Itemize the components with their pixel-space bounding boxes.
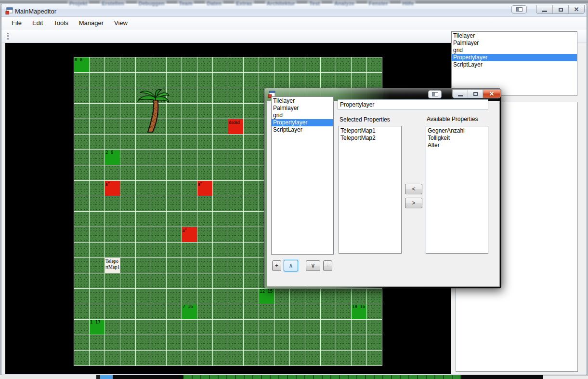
dialog-toolbox-button[interactable] — [428, 90, 442, 98]
map-tile[interactable] — [244, 196, 259, 211]
map-tile[interactable] — [228, 57, 243, 72]
map-tile[interactable] — [151, 273, 166, 288]
map-tile[interactable] — [336, 320, 351, 335]
map-tile[interactable] — [228, 351, 243, 365]
layer-item[interactable]: Propertylayer — [452, 54, 577, 61]
map-tile[interactable] — [336, 57, 351, 72]
map-tile[interactable] — [244, 57, 259, 72]
map-tile[interactable] — [213, 258, 228, 273]
map-tile[interactable] — [120, 258, 135, 273]
map-tile[interactable] — [213, 289, 228, 304]
map-tile[interactable] — [244, 335, 259, 350]
map-tile[interactable] — [213, 57, 228, 72]
map-tile[interactable] — [336, 351, 351, 365]
map-tile[interactable] — [74, 212, 89, 227]
map-tile[interactable] — [136, 320, 151, 335]
map-tile[interactable] — [90, 119, 105, 134]
map-tile-7-16[interactable]: 7 16 — [182, 304, 197, 319]
map-tile[interactable] — [105, 73, 120, 88]
map-tile[interactable] — [136, 351, 151, 365]
map-tile[interactable] — [90, 212, 105, 227]
map-tile[interactable] — [136, 335, 151, 350]
map-tile[interactable] — [120, 57, 135, 72]
map-tile[interactable] — [259, 304, 274, 319]
maximize-button[interactable] — [552, 5, 568, 14]
map-tile[interactable] — [151, 258, 166, 273]
map-tile[interactable] — [90, 73, 105, 88]
dialog-layer-item[interactable]: Tilelayer — [272, 97, 333, 105]
map-tile[interactable] — [90, 351, 105, 365]
map-tile[interactable] — [367, 304, 382, 319]
map-tile[interactable] — [321, 335, 336, 350]
map-tile[interactable] — [213, 88, 228, 103]
map-tile[interactable] — [352, 320, 366, 335]
map-tile[interactable] — [74, 135, 89, 149]
map-tile[interactable] — [305, 289, 320, 304]
map-tile[interactable] — [74, 165, 89, 180]
map-tile[interactable] — [321, 351, 336, 365]
map-tile[interactable] — [228, 181, 243, 196]
map-tile[interactable] — [274, 289, 289, 304]
map-tile-2-13[interactable]: TeleportMap1 — [105, 258, 120, 273]
map-tile-10-4[interactable]: dsdsd — [228, 119, 243, 134]
map-tile[interactable] — [244, 243, 259, 257]
map-tile[interactable] — [197, 351, 212, 365]
map-tile[interactable] — [321, 289, 336, 304]
map-tile[interactable] — [228, 335, 243, 350]
map-tile[interactable] — [151, 196, 166, 211]
map-tile[interactable] — [197, 150, 212, 165]
map-tile[interactable] — [74, 88, 89, 103]
map-tile[interactable] — [136, 135, 151, 149]
map-tile[interactable] — [167, 273, 182, 288]
map-tile[interactable] — [213, 196, 228, 211]
map-tile[interactable] — [352, 351, 366, 365]
map-tile[interactable] — [182, 335, 197, 350]
map-tile[interactable] — [136, 73, 151, 88]
map-tile[interactable] — [228, 289, 243, 304]
map-tile[interactable] — [151, 73, 166, 88]
map-tile[interactable] — [197, 165, 212, 180]
map-tile[interactable] — [120, 320, 135, 335]
map-tile[interactable] — [167, 227, 182, 242]
map-tile[interactable] — [120, 273, 135, 288]
map-tile[interactable] — [105, 135, 120, 149]
map-tile[interactable] — [182, 57, 197, 72]
map-tile[interactable] — [120, 196, 135, 211]
map-tile[interactable] — [120, 150, 135, 165]
map-tile[interactable] — [120, 119, 135, 134]
map-tile[interactable] — [290, 320, 305, 335]
map-tile[interactable] — [167, 304, 182, 319]
map-tile[interactable] — [167, 258, 182, 273]
map-tile[interactable] — [136, 57, 151, 72]
move-down-button[interactable]: ∨ — [306, 260, 320, 271]
map-tile[interactable] — [213, 119, 228, 134]
map-tile[interactable] — [167, 351, 182, 365]
map-tile[interactable] — [213, 73, 228, 88]
menu-item[interactable]: Manager — [74, 17, 109, 28]
map-tile[interactable] — [182, 88, 197, 103]
map-tile[interactable] — [136, 150, 151, 165]
map-tile-8-8[interactable]: a" — [197, 181, 212, 196]
map-tile[interactable] — [182, 243, 197, 257]
toolbox-button[interactable] — [511, 5, 527, 14]
close-button[interactable]: ✕ — [568, 5, 584, 14]
map-tile[interactable] — [136, 304, 151, 319]
map-tile[interactable] — [336, 289, 351, 304]
map-tile[interactable] — [305, 73, 320, 88]
titlebar[interactable]: MainMapeditor ✕ — [1, 3, 587, 17]
map-tile[interactable] — [290, 289, 305, 304]
map-tile[interactable] — [197, 258, 212, 273]
map-tile[interactable] — [367, 57, 382, 72]
map-tile[interactable] — [244, 165, 259, 180]
map-tile[interactable] — [105, 289, 120, 304]
map-tile[interactable] — [228, 88, 243, 103]
map-tile[interactable] — [259, 73, 274, 88]
map-tile[interactable] — [151, 243, 166, 257]
map-tile[interactable] — [182, 150, 197, 165]
map-tile[interactable] — [90, 196, 105, 211]
map-tile[interactable] — [228, 135, 243, 149]
minimize-button[interactable] — [536, 5, 552, 14]
layer-item[interactable]: Palmlayer — [452, 40, 577, 47]
map-tile[interactable] — [259, 351, 274, 365]
map-tile[interactable] — [136, 165, 151, 180]
